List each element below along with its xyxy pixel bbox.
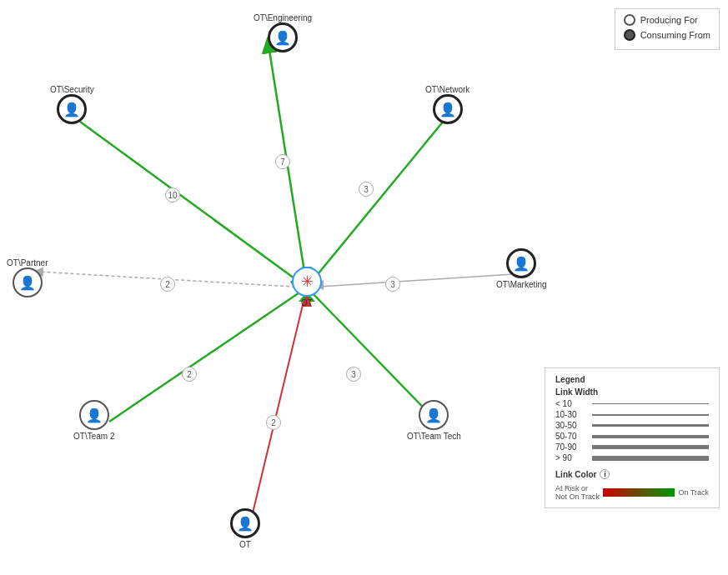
edge-label-network: 3 — [359, 182, 374, 197]
lw-row-5: 70-90 — [555, 442, 709, 452]
lw-row-2: 10-30 — [555, 410, 709, 419]
at-risk-label: At Risk orNot On Track — [555, 484, 600, 501]
legend-detail: Legend Link Width < 10 10-30 30-50 50-70… — [545, 368, 720, 508]
legend-producing-item: Producing For — [624, 14, 710, 26]
node-center[interactable]: ✳ OT — [292, 267, 322, 308]
person-icon-ot-bottom: 👤 — [237, 516, 254, 532]
lw-label-5: 70-90 — [555, 442, 589, 452]
svg-line-5 — [109, 288, 307, 422]
team2-label: OT\Team 2 — [73, 432, 114, 441]
lw-line-4 — [592, 435, 709, 438]
legend-consuming-label: Consuming From — [640, 30, 710, 40]
team2-circle: 👤 — [79, 400, 109, 430]
node-partner[interactable]: OT\Partner 👤 — [7, 257, 48, 298]
center-circle: ✳ — [292, 267, 322, 297]
person-icon-teamtech: 👤 — [425, 408, 442, 423]
lw-label-3: 30-50 — [555, 421, 589, 430]
link-width-title: Link Width — [555, 388, 709, 397]
node-team2[interactable]: 👤 OT\Team 2 — [73, 400, 114, 441]
link-color-bar — [603, 488, 675, 497]
security-circle: 👤 — [57, 94, 87, 124]
network-circle: 👤 — [433, 94, 463, 124]
person-icon-partner: 👤 — [19, 275, 36, 291]
partner-circle: 👤 — [13, 268, 43, 298]
center-label: OT — [301, 298, 313, 308]
svg-line-1 — [80, 122, 307, 288]
partner-label: OT\Partner — [7, 258, 48, 268]
link-color-row: At Risk orNot On Track On Track — [555, 484, 709, 501]
lw-row-1: < 10 — [555, 399, 709, 408]
svg-line-2 — [307, 107, 455, 288]
legend-producing-label: Producing For — [640, 15, 698, 25]
person-icon-marketing: 👤 — [513, 256, 530, 272]
on-track-label: On Track — [678, 488, 709, 497]
lw-line-3 — [592, 424, 709, 427]
node-ot-bottom[interactable]: 👤 OT — [230, 508, 260, 549]
center-star-icon: ✳ — [301, 272, 314, 291]
lw-line-2 — [592, 414, 709, 416]
lw-label-4: 50-70 — [555, 432, 589, 441]
legend-top: Producing For Consuming From — [615, 8, 720, 50]
node-engineering[interactable]: OT\Engineering 👤 — [254, 12, 312, 52]
engineering-circle: 👤 — [268, 22, 298, 52]
edge-label-team2: 2 — [182, 367, 197, 382]
person-icon-team2: 👤 — [86, 408, 103, 423]
lw-row-3: 30-50 — [555, 421, 709, 430]
legend-producing-icon — [624, 14, 635, 26]
svg-line-4 — [307, 273, 526, 288]
edge-label-marketing: 3 — [385, 277, 400, 292]
node-network[interactable]: OT\Network 👤 — [425, 83, 469, 124]
lw-line-1 — [592, 403, 709, 404]
edge-label-teamtech: 3 — [346, 367, 361, 382]
lw-line-6 — [592, 456, 709, 461]
lw-row-6: > 90 — [555, 453, 709, 462]
legend-consuming-item: Consuming From — [624, 29, 710, 41]
edge-label-ot-bottom: 2 — [266, 415, 281, 430]
node-security[interactable]: OT\Security 👤 — [50, 83, 94, 124]
lw-line-5 — [592, 445, 709, 449]
legend-detail-title: Legend — [555, 375, 709, 384]
teamtech-circle: 👤 — [419, 400, 449, 430]
person-icon-security: 👤 — [63, 102, 80, 118]
edge-label-partner: 2 — [160, 277, 175, 292]
engineering-label: OT\Engineering — [254, 13, 312, 22]
link-color-title: Link Color i — [555, 469, 709, 479]
diagram-canvas: 7 10 3 2 3 2 3 2 ✳ OT OT\Engineering 👤 O… — [0, 0, 728, 575]
teamtech-label: OT\Team Tech — [407, 432, 461, 441]
node-marketing[interactable]: 👤 OT\Marketing — [496, 248, 547, 289]
person-icon-network: 👤 — [439, 102, 456, 118]
marketing-label: OT\Marketing — [496, 280, 547, 289]
edge-label-security: 10 — [165, 188, 180, 202]
info-icon: i — [600, 469, 610, 479]
ot-bottom-circle: 👤 — [230, 508, 260, 538]
lw-label-2: 10-30 — [555, 410, 589, 419]
lw-row-4: 50-70 — [555, 432, 709, 441]
node-teamtech[interactable]: 👤 OT\Team Tech — [407, 400, 461, 441]
svg-line-7 — [250, 288, 307, 523]
edge-label-engineering: 7 — [275, 154, 290, 169]
lw-label-1: < 10 — [555, 399, 589, 408]
network-label: OT\Network — [425, 85, 469, 94]
security-label: OT\Security — [50, 85, 94, 94]
marketing-circle: 👤 — [506, 248, 536, 278]
ot-bottom-label: OT — [239, 540, 251, 549]
lw-label-6: > 90 — [555, 453, 589, 462]
legend-consuming-icon — [624, 29, 635, 41]
person-icon-engineering: 👤 — [274, 30, 291, 46]
